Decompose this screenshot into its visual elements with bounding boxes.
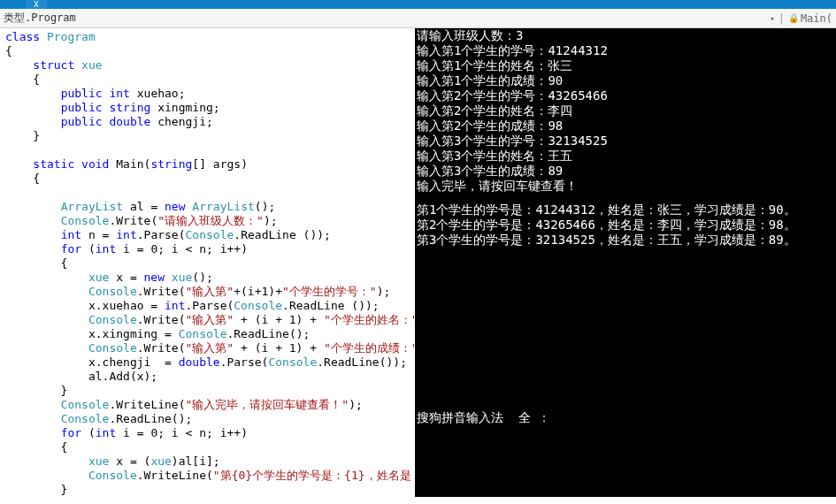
window-titlebar: X: [0, 0, 836, 9]
console-line: 请输入班级人数：3: [417, 28, 834, 43]
console-output[interactable]: 请输入班级人数：3输入第1个学生的学号：41244312输入第1个学生的姓名：张…: [415, 28, 836, 497]
console-line: 输入第1个学生的姓名：张三: [417, 58, 834, 73]
console-line: 输入第1个学生的学号：41244312: [417, 43, 834, 58]
code-editor[interactable]: class Program { struct xue { public int …: [0, 28, 415, 497]
code-text: class Program { struct xue { public int …: [5, 30, 415, 497]
bottom-strip: [0, 497, 836, 504]
ime-status: 搜狗拼音输入法 全 ：: [417, 410, 550, 425]
console-result-line: 第3个学生的学号是：32134525，姓名是：王五，学习成绩是：89。: [417, 233, 834, 248]
console-line: 输入第2个学生的姓名：李四: [417, 103, 834, 118]
console-line: 输入第3个学生的姓名：王五: [417, 149, 834, 164]
console-line: 输入第3个学生的成绩：89: [417, 164, 834, 179]
console-line: 输入第1个学生的成绩：90: [417, 73, 834, 88]
breadcrumb-bar: 类型.Program ▾ | 🔒 Main(: [0, 9, 836, 28]
breadcrumb-method-dropdown[interactable]: Main(: [801, 12, 832, 25]
breadcrumb-class-dropdown[interactable]: 类型.Program: [4, 11, 76, 24]
titlebar-spacer: [0, 0, 26, 9]
lock-icon: 🔒: [788, 13, 799, 23]
breadcrumb-separator: |: [778, 12, 785, 25]
console-line: 输入第3个学生的学号：32134525: [417, 134, 834, 149]
console-line: 输入第2个学生的学号：43265466: [417, 88, 834, 103]
console-result-line: 第2个学生的学号是：43265466，姓名是：李四，学习成绩是：98。: [417, 218, 834, 233]
chevron-down-icon[interactable]: ▾: [770, 14, 774, 23]
console-line: 输入第2个学生的成绩：98: [417, 118, 834, 134]
titlebar-close-x[interactable]: X: [26, 0, 47, 9]
console-result-line: 第1个学生的学号是：41244312，姓名是：张三，学习成绩是：90。: [417, 202, 834, 218]
console-line: 输入完毕，请按回车键查看！: [417, 179, 834, 194]
